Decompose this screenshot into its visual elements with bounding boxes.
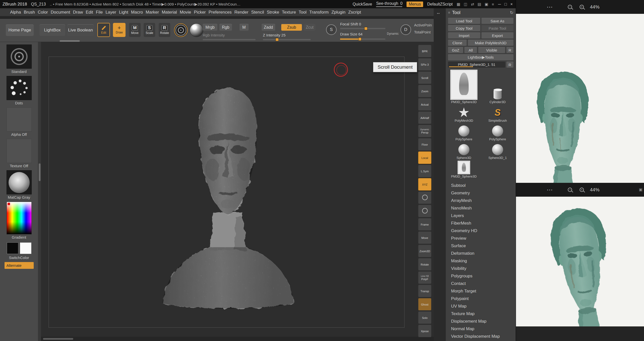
tool-thumbnail[interactable]: Cylinder3D: [482, 70, 513, 104]
active-tool-slider[interactable]: PM3D_Sphere3D_1. 51: [448, 62, 505, 68]
viewer-menu-icon[interactable]: ⋯: [547, 4, 553, 11]
zadd-button[interactable]: Zadd: [262, 24, 275, 31]
z-intensity-slider[interactable]: [263, 39, 311, 40]
canvas-dock-button[interactable]: Ghost: [418, 298, 431, 311]
canvas-dock-button[interactable]: Transp: [418, 285, 431, 297]
palette-grip-icon[interactable]: ≡: [448, 11, 450, 15]
canvas-bottom-scrollbar[interactable]: [41, 337, 434, 341]
goz-visible-button[interactable]: Visible: [478, 47, 505, 53]
subpalette-header[interactable]: Polypaint: [448, 295, 513, 303]
goz-button[interactable]: GoZ: [448, 47, 463, 53]
viewer-corner-icon[interactable]: ▣: [639, 187, 642, 192]
palette-refresh-icon[interactable]: ↻: [510, 10, 513, 15]
menu-item[interactable]: Layer: [105, 10, 116, 15]
gradient-picker[interactable]: [7, 202, 32, 234]
zoom-in-icon[interactable]: +: [580, 188, 584, 192]
draw-button[interactable]: + Draw: [113, 23, 126, 37]
subpalette-header[interactable]: Texture Map: [448, 310, 513, 318]
menu-item[interactable]: Stencil: [251, 10, 264, 15]
lock-icon[interactable]: ▣: [485, 2, 488, 7]
draw-size-knob[interactable]: [358, 37, 361, 41]
subpalette-header[interactable]: Vector Displacement Map: [448, 333, 513, 340]
slider-r-button[interactable]: R: [506, 62, 513, 68]
alternate-button[interactable]: Alternate: [5, 262, 34, 269]
zoom-out-icon[interactable]: −: [568, 5, 572, 9]
menu-item[interactable]: Document: [51, 10, 70, 15]
alpha-off-icon[interactable]: [7, 107, 32, 132]
copy-tool-button[interactable]: Copy Tool: [448, 25, 480, 31]
tool-thumbnail[interactable]: Sphere3D_1: [482, 142, 513, 160]
zoom-out-icon[interactable]: −: [568, 188, 572, 192]
menu-item[interactable]: Brush: [24, 10, 35, 15]
canvas-dock-button[interactable]: Move: [418, 231, 431, 244]
alpha-selector[interactable]: Alpha Off: [7, 107, 32, 137]
z-intensity-knob[interactable]: [275, 38, 279, 41]
menu-item[interactable]: Zplugin: [331, 10, 345, 15]
panel-divider[interactable]: ↔: [434, 8, 446, 341]
canvas-dock-button[interactable]: Floor: [418, 138, 431, 151]
subpalette-header[interactable]: FiberMesh: [448, 220, 513, 227]
sculpt-mesh[interactable]: [148, 78, 308, 310]
clone-button[interactable]: Clone: [448, 40, 467, 46]
menu-item[interactable]: Texture: [282, 10, 296, 15]
canvas-dock-button[interactable]: Scroll: [418, 71, 431, 84]
make-polymesh3d-button[interactable]: Make PolyMesh3D: [468, 40, 513, 46]
texture-selector[interactable]: Texture Off: [7, 139, 32, 168]
tool-thumbnail[interactable]: SimpleBrush: [482, 105, 513, 122]
subpalette-header[interactable]: NanoMesh: [448, 204, 513, 212]
canvas-dock-button[interactable]: BPR: [418, 45, 431, 57]
stroke-selector[interactable]: Dots: [7, 76, 32, 105]
canvas-dock-button[interactable]: Frame: [418, 218, 431, 231]
swap-icon[interactable]: ⇄: [471, 2, 474, 7]
see-through-track[interactable]: [376, 6, 402, 7]
subpalette-header[interactable]: Normal Map: [448, 325, 513, 333]
rotate-button[interactable]: R Rotate: [159, 23, 170, 37]
load-tool-button[interactable]: Load Tool: [448, 18, 480, 24]
material-selector[interactable]: MatCap Gray: [7, 170, 32, 199]
menu-item[interactable]: Draw: [73, 10, 83, 15]
focal-shift-knob[interactable]: [364, 27, 368, 30]
tool-thumbnail[interactable]: PM3D_Sphere3D: [448, 161, 480, 178]
canvas-dock-button[interactable]: AAHalf: [418, 111, 431, 124]
switch-color[interactable]: SwitchColor: [5, 242, 33, 260]
focal-shift-slider[interactable]: [340, 28, 385, 29]
menu-item[interactable]: Macro: [131, 10, 143, 15]
subpalette-header[interactable]: UV Map: [448, 303, 513, 310]
tool-thumbnail[interactable]: PM3D_Sphere3D: [448, 70, 480, 104]
subpalette-header[interactable]: Polygroups: [448, 272, 513, 280]
move-button[interactable]: M Move: [129, 23, 141, 37]
save-as-button[interactable]: Save As: [481, 18, 514, 24]
layout-icon[interactable]: ▤: [478, 2, 481, 7]
subpalette-header[interactable]: Surface: [448, 242, 513, 250]
goz-r-button[interactable]: R: [506, 47, 513, 53]
draw-size-slider[interactable]: [340, 38, 385, 40]
brush-selector[interactable]: Standard: [7, 45, 32, 74]
edit-button[interactable]: Edit: [97, 23, 110, 37]
menu-item[interactable]: Marker: [146, 10, 159, 15]
canvas-dock-button[interactable]: [418, 205, 431, 217]
current-brush-button[interactable]: [174, 23, 188, 37]
menu-item[interactable]: Transform: [309, 10, 329, 15]
m-button[interactable]: M: [239, 24, 249, 31]
brush-standard-icon[interactable]: [7, 45, 32, 69]
menu-item[interactable]: Stroke: [267, 10, 279, 15]
restore-button[interactable]: □: [504, 2, 507, 7]
menu-item[interactable]: Material: [162, 10, 177, 15]
stroke-circle-icon[interactable]: S: [326, 24, 337, 35]
left-scrollbar-handle[interactable]: [39, 163, 41, 181]
canvas-dock-button[interactable]: Actual: [418, 98, 431, 111]
default-zscript-button[interactable]: DefaultZScript: [427, 2, 453, 7]
bottom-scrollbar-handle[interactable]: [43, 338, 73, 340]
stroke-dots-icon[interactable]: [7, 76, 32, 100]
workspace-icon[interactable]: ▦: [457, 2, 460, 7]
subpalette-header[interactable]: Preview: [448, 235, 513, 242]
document-canvas[interactable]: Scroll Document: [41, 42, 434, 337]
left-scrollbar[interactable]: [38, 42, 41, 341]
lightbox-button[interactable]: LightBox: [39, 24, 65, 36]
subpalette-header[interactable]: ArrayMesh: [448, 197, 513, 204]
menu-item[interactable]: Render: [234, 10, 249, 15]
canvas-dock-button[interactable]: Solo: [418, 311, 431, 324]
menus-button[interactable]: Menus: [407, 2, 423, 7]
see-through-slider[interactable]: See-through 0: [376, 1, 403, 7]
canvas-dock-button[interactable]: Zoom: [418, 85, 431, 97]
